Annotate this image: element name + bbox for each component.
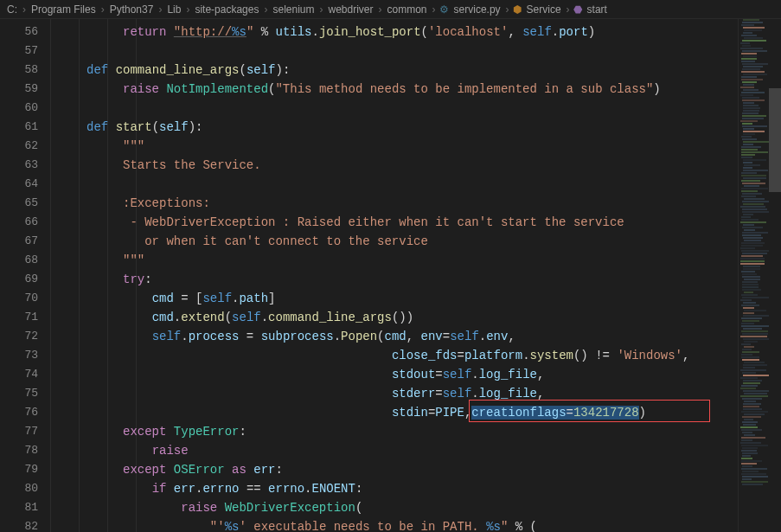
code-line[interactable]: """ (50, 251, 738, 270)
breadcrumb-separator-icon: › (429, 3, 439, 16)
code-line[interactable] (50, 99, 738, 118)
crumb-folder[interactable]: common (386, 3, 429, 16)
breadcrumb[interactable]: C:› Program Files› Python37› Lib› site-p… (0, 0, 781, 19)
line-number: 72 (0, 327, 38, 346)
method-icon: ⬣ (573, 3, 582, 16)
code-line[interactable]: stdin=PIPE,creationflags=134217728) (50, 403, 738, 422)
code-line[interactable]: Starts the Service. (50, 156, 738, 175)
vertical-scrollbar[interactable] (769, 19, 781, 532)
breadcrumb-separator-icon: › (19, 3, 29, 16)
line-number: 58 (0, 61, 38, 80)
code-line[interactable]: stdout=self.log_file, (50, 365, 738, 384)
crumb-drive[interactable]: C: (5, 3, 19, 16)
line-number: 71 (0, 308, 38, 327)
crumb-folder[interactable]: selenium (271, 3, 316, 16)
line-number: 65 (0, 194, 38, 213)
crumb-method[interactable]: start (586, 3, 609, 16)
crumb-folder[interactable]: site-packages (193, 3, 260, 16)
crumb-folder[interactable]: webdriver (327, 3, 375, 16)
line-number: 80 (0, 479, 38, 498)
line-number: 56 (0, 22, 38, 42)
line-number: 78 (0, 441, 38, 460)
code-content[interactable]: return "http://%s" % utils.join_host_por… (50, 19, 738, 532)
code-line[interactable]: return "http://%s" % utils.join_host_por… (50, 22, 738, 42)
breadcrumb-separator-icon: › (155, 3, 165, 16)
line-number: 69 (0, 270, 38, 289)
line-number: 57 (0, 42, 38, 61)
line-number: 60 (0, 99, 38, 118)
breadcrumb-separator-icon: › (182, 3, 193, 16)
line-number: 62 (0, 137, 38, 156)
line-number: 74 (0, 365, 38, 384)
code-line[interactable] (50, 175, 738, 194)
line-number: 77 (0, 422, 38, 441)
breadcrumb-separator-icon: › (260, 3, 271, 16)
python-file-icon: ⚙ (439, 3, 449, 16)
code-line[interactable]: except OSError as err: (50, 460, 738, 479)
breadcrumb-separator-icon: › (503, 3, 513, 16)
crumb-file[interactable]: service.py (452, 3, 503, 16)
crumb-folder[interactable]: Lib (165, 3, 182, 16)
breadcrumb-separator-icon: › (563, 3, 573, 16)
code-line[interactable]: or when it can't connect to the service (50, 232, 738, 251)
crumb-folder[interactable]: Program Files (29, 3, 98, 16)
class-icon: ⬢ (513, 3, 522, 16)
breadcrumb-separator-icon: › (98, 3, 108, 16)
line-number: 75 (0, 384, 38, 403)
scrollbar-thumb[interactable] (769, 88, 781, 192)
code-line[interactable] (50, 42, 738, 61)
code-line[interactable]: cmd.extend(self.command_line_args()) (50, 308, 738, 327)
code-line[interactable]: - WebDriverException : Raised either whe… (50, 213, 738, 232)
line-number: 64 (0, 175, 38, 194)
selection-highlight: creationflags=134217728 (471, 406, 638, 420)
breadcrumb-separator-icon: › (375, 3, 386, 16)
code-line[interactable]: raise (50, 441, 738, 460)
code-line[interactable]: raise WebDriverException( (50, 498, 738, 517)
code-line[interactable]: cmd = [self.path] (50, 289, 738, 308)
code-line[interactable]: self.process = subprocess.Popen(cmd, env… (50, 327, 738, 346)
line-number: 68 (0, 251, 38, 270)
line-number: 70 (0, 289, 38, 308)
code-line[interactable]: raise NotImplemented("This method needs … (50, 80, 738, 99)
line-number: 73 (0, 346, 38, 365)
line-number: 79 (0, 460, 38, 479)
code-line[interactable]: stderr=self.log_file, (50, 384, 738, 403)
code-line[interactable]: def start(self): (50, 118, 738, 137)
line-number-gutter: 56 57 58 59 60 61 62 63 64 65 66 67 68 6… (0, 19, 50, 532)
line-number: 61 (0, 118, 38, 137)
line-number: 63 (0, 156, 38, 175)
code-line[interactable]: try: (50, 270, 738, 289)
line-number: 59 (0, 80, 38, 99)
line-number: 66 (0, 213, 38, 232)
code-line[interactable]: :Exceptions: (50, 194, 738, 213)
editor[interactable]: 56 57 58 59 60 61 62 63 64 65 66 67 68 6… (0, 19, 781, 532)
code-line[interactable]: """ (50, 137, 738, 156)
crumb-folder[interactable]: Python37 (108, 3, 156, 16)
code-line[interactable]: except TypeError: (50, 422, 738, 441)
crumb-class[interactable]: Service (525, 3, 563, 16)
code-line[interactable]: close_fds=platform.system() != 'Windows'… (50, 346, 738, 365)
line-number: 81 (0, 498, 38, 517)
breadcrumb-separator-icon: › (317, 3, 327, 16)
line-number: 67 (0, 232, 38, 251)
line-number: 76 (0, 403, 38, 422)
minimap[interactable]: // minimap lines drawn by loop below (738, 19, 769, 532)
code-line[interactable]: if err.errno == errno.ENOENT: (50, 479, 738, 498)
line-number: 82 (0, 517, 38, 532)
code-line[interactable]: def command_line_args(self): (50, 61, 738, 80)
code-line[interactable]: "'%s' executable needs to be in PATH. %s… (50, 517, 738, 532)
